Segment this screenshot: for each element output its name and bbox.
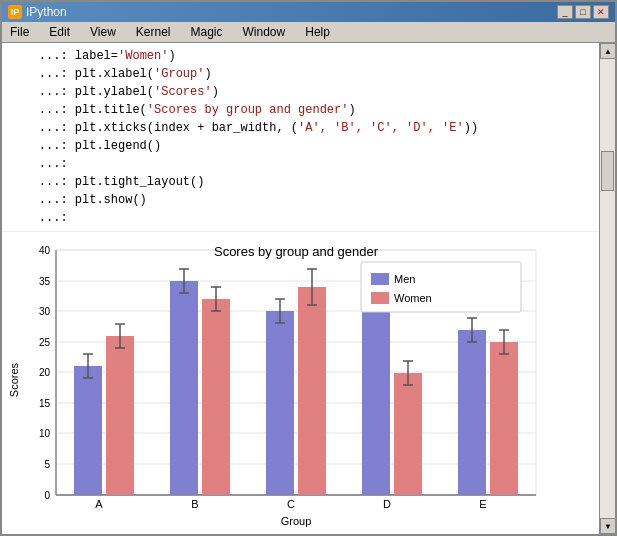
menu-file[interactable]: File bbox=[6, 24, 33, 40]
chart-container: 40 35 30 25 20 15 bbox=[2, 232, 599, 534]
menu-window[interactable]: Window bbox=[239, 24, 290, 40]
bar-b-women bbox=[202, 299, 230, 495]
svg-text:Scores: Scores bbox=[8, 362, 20, 397]
svg-text:30: 30 bbox=[39, 306, 51, 317]
scroll-down-button[interactable]: ▼ bbox=[600, 518, 615, 534]
code-line-6: ...: plt.legend() bbox=[10, 137, 591, 155]
svg-text:35: 35 bbox=[39, 276, 51, 287]
x-label-e: E bbox=[479, 498, 486, 510]
menu-help[interactable]: Help bbox=[301, 24, 334, 40]
code-line-3: ...: plt.ylabel('Scores') bbox=[10, 83, 591, 101]
code-section: ...: label='Women') ...: plt.xlabel('Gro… bbox=[2, 43, 599, 232]
bar-b-men bbox=[170, 281, 198, 495]
x-label-a: A bbox=[95, 498, 103, 510]
svg-text:10: 10 bbox=[39, 428, 51, 439]
bar-c-men bbox=[266, 311, 294, 495]
menu-bar: File Edit View Kernel Magic Window Help bbox=[2, 22, 615, 43]
bar-a-women bbox=[106, 336, 134, 495]
svg-text:40: 40 bbox=[39, 245, 51, 256]
code-line-10: ...: bbox=[10, 209, 591, 227]
legend-women-swatch bbox=[371, 292, 389, 304]
bar-d-men bbox=[362, 281, 390, 495]
bar-e-men bbox=[458, 330, 486, 495]
menu-edit[interactable]: Edit bbox=[45, 24, 74, 40]
code-line-4: ...: plt.title('Scores by group and gend… bbox=[10, 101, 591, 119]
minimize-button[interactable]: _ bbox=[557, 5, 573, 19]
svg-rect-54 bbox=[361, 262, 521, 312]
bar-a-men bbox=[74, 366, 102, 495]
menu-kernel[interactable]: Kernel bbox=[132, 24, 175, 40]
scroll-track[interactable] bbox=[600, 59, 615, 518]
svg-text:20: 20 bbox=[39, 367, 51, 378]
content-area: ...: label='Women') ...: plt.xlabel('Gro… bbox=[2, 43, 615, 534]
maximize-button[interactable]: □ bbox=[575, 5, 591, 19]
legend-men-swatch bbox=[371, 273, 389, 285]
window-title: IPython bbox=[26, 5, 67, 19]
main-window: IP IPython _ □ ✕ File Edit View Kernel M… bbox=[0, 0, 617, 536]
menu-magic[interactable]: Magic bbox=[187, 24, 227, 40]
title-bar: IP IPython _ □ ✕ bbox=[2, 2, 615, 22]
svg-text:Scores by group and gender: Scores by group and gender bbox=[214, 244, 379, 259]
scroll-thumb[interactable] bbox=[601, 151, 614, 191]
code-line-5: ...: plt.xticks(index + bar_width, ('A',… bbox=[10, 119, 591, 137]
bar-chart: 40 35 30 25 20 15 bbox=[6, 240, 586, 534]
scrollbar[interactable]: ▲ ▼ bbox=[599, 43, 615, 534]
code-line-9: ...: plt.show() bbox=[10, 191, 591, 209]
legend-women-label: Women bbox=[394, 292, 432, 304]
app-icon: IP bbox=[8, 5, 22, 19]
legend-men-label: Men bbox=[394, 273, 415, 285]
scroll-up-button[interactable]: ▲ bbox=[600, 43, 615, 59]
title-bar-left: IP IPython bbox=[8, 5, 67, 19]
x-label-d: D bbox=[383, 498, 391, 510]
code-line-8: ...: plt.tight_layout() bbox=[10, 173, 591, 191]
code-line-1: ...: label='Women') bbox=[10, 47, 591, 65]
svg-text:25: 25 bbox=[39, 337, 51, 348]
svg-text:5: 5 bbox=[44, 459, 50, 470]
bar-d-women bbox=[394, 373, 422, 495]
code-line-7: ...: bbox=[10, 155, 591, 173]
bar-c-women bbox=[298, 287, 326, 495]
title-controls: _ □ ✕ bbox=[557, 5, 609, 19]
bar-e-women bbox=[490, 342, 518, 495]
svg-text:Group: Group bbox=[281, 515, 312, 527]
close-button[interactable]: ✕ bbox=[593, 5, 609, 19]
svg-text:15: 15 bbox=[39, 398, 51, 409]
svg-text:0: 0 bbox=[44, 490, 50, 501]
code-line-2: ...: plt.xlabel('Group') bbox=[10, 65, 591, 83]
x-label-b: B bbox=[191, 498, 198, 510]
x-label-c: C bbox=[287, 498, 295, 510]
main-content[interactable]: ...: label='Women') ...: plt.xlabel('Gro… bbox=[2, 43, 599, 534]
menu-view[interactable]: View bbox=[86, 24, 120, 40]
